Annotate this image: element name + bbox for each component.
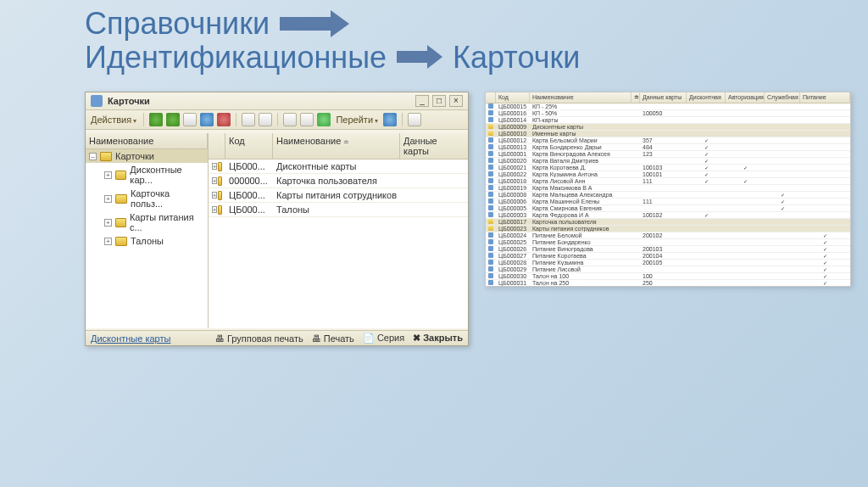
hierarchy-icon[interactable]: [242, 113, 255, 126]
actions-menu[interactable]: Действия: [89, 115, 138, 125]
refresh-icon[interactable]: [317, 113, 331, 126]
series-button[interactable]: 📄 Серия: [363, 333, 404, 344]
expand-icon[interactable]: +: [212, 192, 217, 199]
delete-icon[interactable]: [217, 113, 231, 126]
detail-row[interactable]: ЦБ000017Карточка пользователя: [486, 219, 850, 226]
detail-row[interactable]: ЦБ000019Карта Максимова В А: [486, 185, 850, 192]
add-icon[interactable]: [149, 113, 163, 126]
detail-row[interactable]: ЦБ000028Питание Кузьмина200105: [486, 260, 850, 266]
detail-col-icon[interactable]: [486, 92, 496, 103]
column-name[interactable]: Наименование: [86, 133, 208, 148]
detail-row[interactable]: ЦБ000006Карта Машинной Елены111: [486, 199, 850, 205]
tree-item[interactable]: –Карточки: [86, 149, 208, 163]
detail-row[interactable]: ЦБ000018Карта Лисовой Анн111: [486, 178, 850, 185]
detail-row[interactable]: ЦБ000022Карта Кузьмина Антона100101: [486, 171, 850, 178]
detail-data: 100: [640, 273, 687, 279]
list-row[interactable]: +ЦБ000...Талоны: [209, 203, 468, 217]
folder-icon: [100, 152, 112, 161]
detail-col-code[interactable]: Код: [496, 92, 530, 103]
expand-icon[interactable]: +: [212, 163, 217, 170]
detail-col-svc[interactable]: Служебная: [765, 92, 800, 103]
group-print-button[interactable]: 🖶 Групповая печать: [215, 333, 303, 344]
tree-item[interactable]: +Дисконтные кар...: [86, 163, 208, 187]
extra-icon[interactable]: [408, 113, 421, 126]
item-icon: [488, 239, 493, 244]
detail-row[interactable]: ЦБ000005Карта Смирнова Евгения: [486, 205, 850, 212]
folder-icon: [488, 219, 493, 224]
expand-icon[interactable]: +: [212, 177, 217, 184]
detail-row[interactable]: ЦБ000030Талон на 100100: [486, 273, 850, 280]
detail-row[interactable]: ЦБ000025Питание Бондаренко: [486, 239, 850, 246]
expand-icon[interactable]: +: [212, 206, 217, 213]
detail-row[interactable]: ЦБ000026Питание Виноградова200103: [486, 246, 850, 253]
tree-label: Талоны: [131, 236, 164, 246]
column-code[interactable]: Код: [225, 133, 273, 159]
detail-row[interactable]: ЦБ000003Карта Федорова И А100102: [486, 212, 850, 219]
expand-icon[interactable]: +: [104, 171, 112, 179]
folder-icon: [218, 176, 222, 186]
copy-icon[interactable]: [183, 113, 197, 126]
detail-row[interactable]: ЦБ000029Питание Лисовой: [486, 266, 850, 273]
detail-disc: [687, 178, 726, 184]
help-icon[interactable]: [383, 113, 397, 126]
detail-col-meal[interactable]: Питание: [800, 92, 850, 103]
status-link[interactable]: Дисконтные карты: [91, 333, 170, 344]
detail-data: 200103: [640, 246, 687, 252]
detail-row[interactable]: ЦБ000024Питание Беломой200102: [486, 232, 850, 239]
detail-code: ЦБ000008: [496, 192, 530, 198]
print-button[interactable]: 🖶 Печать: [312, 333, 354, 344]
detail-col-name[interactable]: Наименование: [530, 92, 632, 103]
detail-row[interactable]: ЦБ000008Карта Мальцева Александра: [486, 192, 850, 199]
tree-item[interactable]: +Талоны: [86, 234, 208, 248]
detail-row[interactable]: ЦБ000009Дисконтные карты: [486, 124, 850, 131]
detail-disc: [687, 158, 726, 164]
detail-name: Питание Коротаева: [530, 253, 632, 259]
close-button-bottom[interactable]: ✖ Закрыть: [413, 333, 463, 344]
detail-row[interactable]: ЦБ000010Именные карты: [486, 131, 850, 137]
detail-name: КП - 50%: [530, 110, 632, 116]
detail-col-sort[interactable]: ≐: [632, 92, 640, 103]
minimize-button[interactable]: _: [415, 95, 429, 107]
detail-row[interactable]: ЦБ000013Карта Бондаренко Дарьи484: [486, 144, 850, 151]
detail-row[interactable]: ЦБ000020Карта Ваталя Дмитриев: [486, 158, 850, 165]
move-icon[interactable]: [259, 113, 272, 126]
goto-menu[interactable]: Перейти: [334, 115, 380, 125]
expand-icon[interactable]: +: [104, 195, 112, 203]
list-row[interactable]: +ЦБ000...Дисконтные карты: [209, 160, 468, 174]
folder-icon: [115, 171, 127, 180]
expand-icon[interactable]: +: [104, 238, 112, 245]
add-group-icon[interactable]: [166, 113, 180, 126]
detail-col-disc[interactable]: Дисконтная: [687, 92, 726, 103]
tree-item[interactable]: +Карточка польз...: [86, 187, 208, 210]
detail-row[interactable]: ЦБ000031Талон на 250250: [486, 280, 850, 287]
detail-row[interactable]: ЦБ000001Карта Виноградова Алексея123: [486, 151, 850, 158]
detail-row[interactable]: ЦБ000014КП-карты: [486, 117, 850, 124]
close-button[interactable]: ×: [449, 95, 463, 107]
detail-row[interactable]: ЦБ000015КП - 25%: [486, 104, 850, 110]
item-icon: [488, 171, 493, 176]
detail-row[interactable]: ЦБ000016КП - 50%100050: [486, 110, 850, 117]
maximize-button[interactable]: □: [432, 95, 446, 107]
detail-col-auth[interactable]: Авторизация: [726, 92, 765, 103]
detail-code: ЦБ000030: [496, 273, 530, 279]
expand-icon[interactable]: +: [104, 219, 112, 227]
detail-name: Карта Виноградова Алексея: [530, 151, 632, 157]
list-row[interactable]: +ЦБ000...Карты питания сотрудников: [209, 188, 468, 203]
detail-name: Карточка пользователя: [530, 219, 632, 225]
column-name2[interactable]: Наименование ≐: [273, 133, 400, 159]
edit-icon[interactable]: [200, 113, 214, 126]
item-icon: [488, 158, 493, 163]
window-title: Карточки: [108, 96, 415, 106]
tree-item[interactable]: +Карты питания с...: [86, 210, 208, 234]
expand-icon[interactable]: –: [89, 153, 97, 160]
detail-row[interactable]: ЦБ000012Карта Бельомой Марии357: [486, 137, 850, 144]
filter-icon[interactable]: [283, 113, 297, 126]
detail-row[interactable]: ЦБ000027Питание Коротаева200104: [486, 253, 850, 260]
column-icon[interactable]: [209, 133, 225, 159]
column-card-data[interactable]: Данные карты: [400, 133, 468, 159]
list-row[interactable]: +000000...Карточка пользователя: [209, 174, 468, 188]
detail-row[interactable]: ЦБ000021Карта Коротаева Д.100103: [486, 165, 850, 171]
clear-filter-icon[interactable]: [300, 113, 314, 126]
detail-row[interactable]: ЦБ000023Карты питания сотрудников: [486, 226, 850, 232]
detail-col-data[interactable]: Данные карты: [640, 92, 687, 103]
